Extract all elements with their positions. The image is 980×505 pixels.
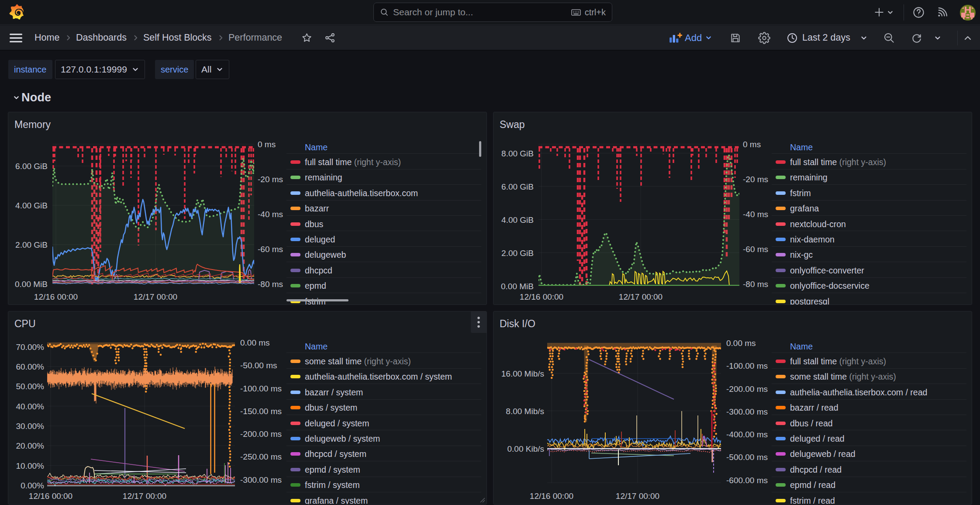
- svg-text:-400.00 ms: -400.00 ms: [726, 430, 768, 439]
- svg-text:0.00 ms: 0.00 ms: [240, 338, 270, 347]
- svg-text:0.00 MiB: 0.00 MiB: [501, 282, 534, 291]
- svg-text:-250.00 ms: -250.00 ms: [240, 452, 282, 461]
- svg-text:12/16 00:00: 12/16 00:00: [34, 292, 78, 301]
- svg-text:0.00 MiB: 0.00 MiB: [15, 280, 48, 289]
- svg-text:8.00 Mib/s: 8.00 Mib/s: [506, 407, 544, 416]
- svg-text:0 ms: 0 ms: [743, 140, 761, 149]
- svg-text:-100.00 ms: -100.00 ms: [240, 384, 282, 393]
- svg-text:6.00 GiB: 6.00 GiB: [15, 162, 48, 171]
- svg-text:0.00 ms: 0.00 ms: [726, 339, 756, 348]
- svg-text:30.00%: 30.00%: [16, 422, 45, 431]
- svg-text:40.00%: 40.00%: [16, 402, 45, 411]
- svg-text:-100.00 ms: -100.00 ms: [726, 361, 768, 370]
- svg-text:-60 ms: -60 ms: [743, 245, 768, 254]
- svg-text:50.00%: 50.00%: [16, 382, 45, 391]
- svg-text:60.00%: 60.00%: [16, 362, 45, 371]
- svg-text:12/17 00:00: 12/17 00:00: [134, 292, 177, 301]
- svg-text:-20 ms: -20 ms: [258, 175, 283, 184]
- svg-text:-40 ms: -40 ms: [258, 210, 283, 219]
- svg-text:16.00 Mib/s: 16.00 Mib/s: [501, 369, 544, 378]
- svg-text:-300.00 ms: -300.00 ms: [726, 407, 768, 416]
- svg-text:2.00 GiB: 2.00 GiB: [15, 240, 48, 249]
- svg-text:0.00%: 0.00%: [21, 481, 44, 490]
- svg-text:2.00 GiB: 2.00 GiB: [501, 249, 534, 258]
- svg-text:-200.00 ms: -200.00 ms: [240, 429, 282, 439]
- svg-text:-150.00 ms: -150.00 ms: [240, 407, 282, 416]
- svg-text:12/17 00:00: 12/17 00:00: [616, 491, 659, 501]
- svg-text:12/17 00:00: 12/17 00:00: [619, 292, 663, 301]
- svg-text:-600.00 ms: -600.00 ms: [726, 476, 768, 485]
- svg-text:12/16 00:00: 12/16 00:00: [29, 491, 72, 501]
- svg-text:12/16 00:00: 12/16 00:00: [520, 292, 563, 301]
- svg-text:-80 ms: -80 ms: [743, 280, 768, 289]
- svg-text:6.00 GiB: 6.00 GiB: [501, 182, 534, 191]
- svg-text:12/16 00:00: 12/16 00:00: [530, 491, 573, 501]
- svg-text:0 ms: 0 ms: [258, 140, 276, 149]
- svg-text:-50.00 ms: -50.00 ms: [240, 361, 277, 370]
- svg-text:12/17 00:00: 12/17 00:00: [123, 491, 166, 501]
- svg-text:-40 ms: -40 ms: [743, 210, 768, 219]
- svg-text:8.00 GiB: 8.00 GiB: [501, 149, 534, 158]
- svg-text:0.00 Kib/s: 0.00 Kib/s: [507, 444, 545, 453]
- svg-text:10.00%: 10.00%: [16, 461, 45, 470]
- svg-text:70.00%: 70.00%: [16, 342, 45, 352]
- svg-text:-200.00 ms: -200.00 ms: [726, 384, 768, 394]
- svg-text:20.00%: 20.00%: [16, 441, 45, 450]
- svg-text:-80 ms: -80 ms: [258, 280, 283, 289]
- svg-text:4.00 GiB: 4.00 GiB: [15, 201, 48, 210]
- svg-text:4.00 GiB: 4.00 GiB: [501, 215, 534, 225]
- svg-text:-300.00 ms: -300.00 ms: [240, 475, 282, 484]
- svg-text:-500.00 ms: -500.00 ms: [726, 453, 768, 462]
- svg-text:-60 ms: -60 ms: [258, 245, 283, 254]
- svg-text:-20 ms: -20 ms: [743, 175, 768, 184]
